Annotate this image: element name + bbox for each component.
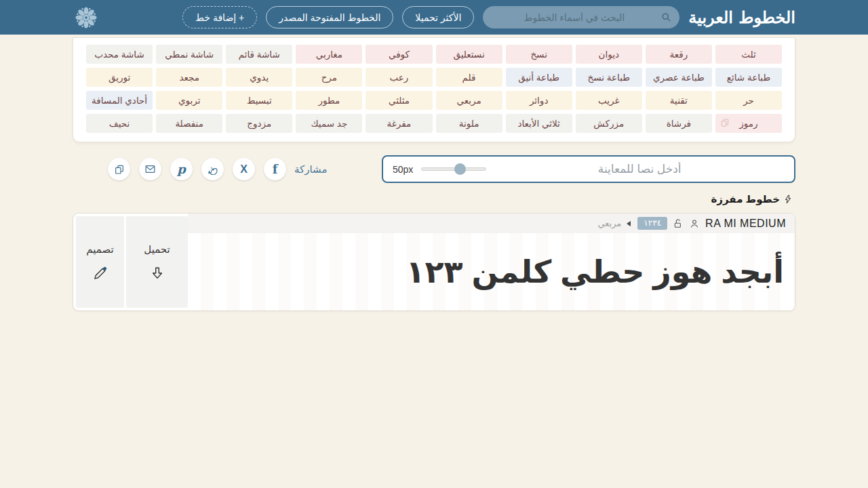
- font-sample-text: أبجد هوز حطي كلمن ١٢٣: [406, 256, 784, 287]
- filter-chip[interactable]: طباعة أنيق: [506, 68, 572, 87]
- filter-chip[interactable]: منفصلة: [156, 114, 222, 133]
- top-header: الخطوط العربية الأكثر تحميلا الخطوط المف…: [0, 0, 868, 35]
- filter-chip[interactable]: مزركش: [576, 114, 642, 133]
- font-card-main: RA MI MEDIUM ١٢٣٤ مربعي: [188, 214, 795, 310]
- filter-chip[interactable]: مطور: [296, 91, 362, 110]
- filter-chip[interactable]: رعب: [366, 68, 432, 87]
- pinterest-share-button[interactable]: p: [170, 158, 193, 180]
- section-heading: خطوط مفرزة: [73, 193, 793, 205]
- x-twitter-share-button[interactable]: X: [233, 158, 255, 180]
- font-search: [483, 6, 679, 28]
- font-card-header: RA MI MEDIUM ١٢٣٤ مربعي: [188, 214, 795, 233]
- filter-chip[interactable]: تقنية: [646, 91, 712, 110]
- filter-chip[interactable]: شاشة قائم: [226, 45, 292, 64]
- filter-chip[interactable]: طباعة شائع: [715, 68, 782, 87]
- open-source-fonts-button[interactable]: الخطوط المفتوحة المصدر: [266, 6, 393, 28]
- filter-chip[interactable]: يدوي: [226, 68, 292, 87]
- email-icon: [144, 163, 156, 175]
- bolt-icon: [783, 195, 793, 204]
- copy-icon: [114, 164, 125, 175]
- category-arrow-icon: [627, 221, 631, 226]
- filter-chip[interactable]: فرشاة: [646, 114, 712, 133]
- most-downloaded-button[interactable]: الأكثر تحميلا: [402, 6, 474, 28]
- filter-chip[interactable]: مغاربي: [296, 45, 362, 64]
- filter-chip[interactable]: ثلث: [715, 45, 782, 64]
- filter-chip[interactable]: مفرغة: [366, 114, 432, 133]
- design-button-label: تصميم: [86, 243, 113, 256]
- filter-chip[interactable]: غريب: [576, 91, 642, 110]
- toolbar-row: p X f مشاركة 50px: [73, 155, 795, 183]
- filter-chip[interactable]: حر: [715, 91, 782, 110]
- search-input[interactable]: [491, 12, 657, 24]
- filter-chip[interactable]: مجعد: [156, 68, 222, 87]
- pinterest-icon: p: [177, 163, 186, 176]
- x-twitter-icon: X: [240, 164, 248, 175]
- filter-chip[interactable]: ثلاثي الأبعاد: [506, 114, 572, 133]
- add-font-button[interactable]: + إضافة خط: [182, 6, 257, 28]
- whatsapp-share-button[interactable]: [201, 158, 224, 180]
- filter-chip[interactable]: دوائر: [506, 91, 572, 110]
- design-button[interactable]: تصميم: [76, 216, 124, 308]
- filter-chip[interactable]: طباعة نسخ: [576, 68, 642, 87]
- font-card: تصميم تحميل RA MI MEDIUM: [73, 213, 795, 311]
- filter-chip[interactable]: أحادي المسافة: [86, 91, 153, 110]
- filter-chip[interactable]: مرح: [296, 68, 362, 87]
- filter-chip-label: رموز: [739, 119, 757, 129]
- filter-chip[interactable]: مزدوج: [226, 114, 292, 133]
- copy-pages-icon: [720, 118, 730, 129]
- filter-chip[interactable]: قلم: [436, 68, 502, 87]
- share-icons: p X f: [108, 158, 286, 180]
- filter-chip[interactable]: توريق: [86, 68, 153, 87]
- filter-chip[interactable]: تربوي: [156, 91, 222, 110]
- filter-chip[interactable]: نستعليق: [436, 45, 502, 64]
- facebook-share-button[interactable]: f: [264, 158, 286, 180]
- download-button[interactable]: تحميل: [126, 216, 188, 308]
- share-label: مشاركة: [294, 163, 327, 176]
- email-share-button[interactable]: [139, 158, 161, 180]
- download-button-label: تحميل: [144, 243, 170, 256]
- facebook-icon: f: [273, 163, 278, 176]
- font-size-value: 50px: [393, 164, 413, 175]
- open-license-lock-icon: [673, 218, 684, 229]
- filter-chip-symbols[interactable]: رموز: [715, 114, 782, 133]
- font-title[interactable]: RA MI MEDIUM: [705, 218, 786, 230]
- download-arrow-icon: [150, 266, 165, 281]
- filter-chip[interactable]: كوفي: [366, 45, 432, 64]
- preview-text-input[interactable]: [494, 162, 785, 177]
- section-title: خطوط مفرزة: [711, 193, 780, 205]
- pencil-icon: [92, 266, 108, 281]
- author-icon: [689, 218, 700, 229]
- site-logo: الخطوط العربية: [688, 9, 795, 26]
- font-category[interactable]: مربعي: [597, 218, 621, 228]
- copy-link-button[interactable]: [108, 158, 130, 180]
- search-icon: [661, 12, 671, 22]
- filter-chip[interactable]: شاشة محدب: [86, 45, 153, 64]
- rosette-logo-icon: [73, 4, 100, 31]
- filter-chip[interactable]: طباعة عصري: [646, 68, 712, 87]
- filter-panel: ثلث رقعة ديوان نسخ نستعليق كوفي مغاربي ش…: [73, 37, 795, 142]
- filter-chip-grid: ثلث رقعة ديوان نسخ نستعليق كوفي مغاربي ش…: [86, 45, 782, 133]
- downloads-count-badge: ١٢٣٤: [637, 217, 667, 230]
- filter-chip[interactable]: نسخ: [506, 45, 572, 64]
- filter-chip[interactable]: شاشة نمطي: [156, 45, 222, 64]
- filter-chip[interactable]: نحيف: [86, 114, 153, 133]
- whatsapp-icon: [207, 163, 218, 175]
- filter-chip[interactable]: مربعي: [436, 91, 502, 110]
- preview-bar: 50px: [382, 155, 795, 183]
- filter-chip[interactable]: رقعة: [646, 45, 712, 64]
- filter-chip[interactable]: ملونة: [436, 114, 502, 133]
- font-sample-area: أبجد هوز حطي كلمن ١٢٣: [188, 233, 795, 310]
- filter-chip[interactable]: جد سميك: [296, 114, 362, 133]
- filter-chip[interactable]: ديوان: [576, 45, 642, 64]
- filter-chip[interactable]: مثلثي: [366, 91, 432, 110]
- filter-chip[interactable]: تبسيط: [226, 91, 292, 110]
- font-size-slider[interactable]: [421, 167, 486, 171]
